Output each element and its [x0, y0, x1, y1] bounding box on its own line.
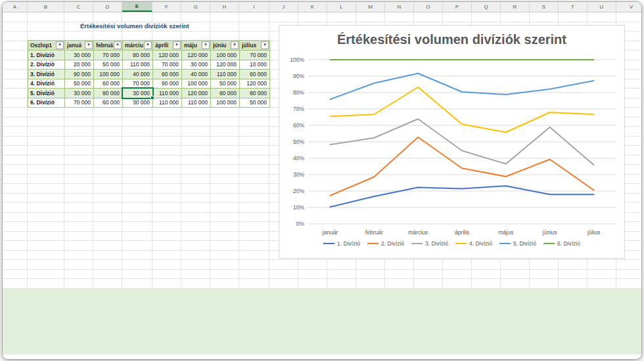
x-tick-label: április: [455, 229, 469, 236]
table-cell[interactable]: 10 000: [240, 60, 270, 70]
table-cell[interactable]: 60 000: [94, 98, 123, 108]
table-header-label: máju: [184, 42, 197, 49]
table-cell[interactable]: 100 000: [211, 98, 240, 108]
column-header-u[interactable]: U: [587, 2, 616, 12]
column-header-n[interactable]: N: [385, 2, 414, 12]
table-cell[interactable]: 70 000: [153, 60, 182, 70]
row-label-cell[interactable]: 2. Divízió: [28, 60, 65, 70]
column-header-h[interactable]: H: [210, 2, 239, 12]
table-cell[interactable]: 120 000: [182, 89, 211, 98]
filter-dropdown-icon[interactable]: ▼: [85, 41, 93, 49]
table-cell[interactable]: 100 000: [94, 70, 123, 79]
column-header-s[interactable]: S: [530, 2, 559, 12]
chart[interactable]: Értékesítési volumen divíziók szerint 0%…: [279, 25, 625, 259]
table-cell[interactable]: 80 000: [94, 89, 123, 98]
legend-item[interactable]: 5. Divízió: [499, 240, 536, 247]
table-cell[interactable]: 90 000: [65, 70, 94, 79]
table-cell[interactable]: 100 000: [211, 51, 240, 60]
column-header-a[interactable]: A: [3, 2, 28, 12]
table-cell[interactable]: 40 000: [123, 70, 153, 79]
filter-dropdown-icon[interactable]: ▼: [261, 41, 269, 49]
table-cell[interactable]: 70 000: [240, 51, 270, 60]
column-header-b[interactable]: B: [28, 2, 64, 12]
table-cell[interactable]: 120 000: [153, 51, 182, 60]
worksheet-grid[interactable]: ABCDEFGHIJKLMNOPQRSTUV Értékesítési volu…: [3, 2, 641, 359]
table-header-cell[interactable]: februá▼: [94, 41, 123, 51]
table-cell[interactable]: 110 000: [153, 89, 182, 98]
filter-dropdown-icon[interactable]: ▼: [114, 41, 122, 49]
column-header-i[interactable]: I: [239, 2, 269, 12]
filter-dropdown-icon[interactable]: ▼: [202, 41, 210, 49]
filter-dropdown-icon[interactable]: ▼: [231, 41, 239, 49]
table-cell[interactable]: 80 000: [123, 51, 153, 60]
column-header-j[interactable]: J: [269, 2, 298, 12]
table-cell[interactable]: 30 000: [182, 60, 211, 70]
table-cell[interactable]: 60 000: [153, 70, 182, 79]
table-cell[interactable]: 110 000: [153, 98, 182, 108]
sheet-title-cell[interactable]: Értékesítési volumen divíziók szerint: [80, 22, 189, 30]
column-header-p[interactable]: P: [443, 2, 472, 12]
column-header-r[interactable]: R: [501, 2, 530, 12]
table-cell[interactable]: 120 000: [240, 79, 270, 89]
legend-item[interactable]: 3. Divízió: [411, 240, 448, 247]
table-cell[interactable]: 50 000: [240, 98, 270, 108]
legend-item[interactable]: 2. Divízió: [367, 240, 404, 247]
table-cell[interactable]: 70 000: [94, 51, 123, 60]
x-tick-label: május: [499, 229, 514, 236]
table-cell[interactable]: 100 000: [182, 79, 211, 89]
table-header-row: Oszlop1▼januá▼februá▼márciu▼áprili▼máju▼…: [28, 41, 270, 51]
table-cell[interactable]: 60 000: [240, 70, 270, 79]
row-label-cell[interactable]: 3. Divízió: [28, 70, 65, 79]
legend-item[interactable]: 6. Divízió: [543, 240, 580, 247]
table-cell[interactable]: 110 000: [123, 60, 153, 70]
row-label-cell[interactable]: 1. Divízió: [28, 51, 65, 60]
table-cell[interactable]: 30 000: [123, 89, 153, 98]
table-header-label: januá: [67, 42, 81, 49]
column-header-d[interactable]: D: [93, 2, 122, 12]
filter-dropdown-icon[interactable]: ▼: [56, 41, 64, 49]
column-header-o[interactable]: O: [414, 2, 443, 12]
column-header-m[interactable]: M: [356, 2, 385, 12]
table-header-cell[interactable]: januá▼: [65, 41, 94, 51]
table-cell[interactable]: 80 000: [240, 89, 270, 98]
table-cell[interactable]: 60 000: [94, 79, 123, 89]
table-header-cell[interactable]: máju▼: [182, 41, 211, 51]
column-header-k[interactable]: K: [298, 2, 327, 12]
row-label-cell[interactable]: 6. Divízió: [28, 98, 65, 108]
table-cell[interactable]: 70 000: [65, 98, 94, 108]
table-cell[interactable]: 20 000: [65, 60, 94, 70]
table-header-cell[interactable]: Oszlop1▼: [28, 41, 65, 51]
legend-item[interactable]: 1. Divízió: [323, 240, 360, 247]
table-cell[interactable]: 120 000: [182, 51, 211, 60]
table-cell[interactable]: 110 000: [211, 70, 240, 79]
table-cell[interactable]: 50 000: [211, 79, 240, 89]
column-header-c[interactable]: C: [64, 2, 93, 12]
table-header-cell[interactable]: júniu▼: [211, 41, 240, 51]
table-cell[interactable]: 70 000: [123, 79, 153, 89]
column-header-f[interactable]: F: [152, 2, 181, 12]
table-cell[interactable]: 120 000: [211, 60, 240, 70]
column-header-v[interactable]: V: [616, 2, 642, 12]
table-cell[interactable]: 110 000: [182, 98, 211, 108]
table-cell[interactable]: 90 000: [153, 79, 182, 89]
table-cell[interactable]: 30 000: [65, 51, 94, 60]
legend-item[interactable]: 4. Divízió: [455, 240, 492, 247]
table-cell[interactable]: 30 000: [123, 98, 153, 108]
table-cell[interactable]: 50 000: [65, 79, 94, 89]
table-cell[interactable]: 50 000: [94, 60, 123, 70]
row-label-cell[interactable]: 4. Divízió: [28, 79, 65, 89]
column-header-t[interactable]: T: [559, 2, 587, 12]
table-header-cell[interactable]: márciu▼: [123, 41, 153, 51]
table-header-cell[interactable]: áprili▼: [153, 41, 182, 51]
table-header-cell[interactable]: július▼: [240, 41, 270, 51]
filter-dropdown-icon[interactable]: ▼: [144, 41, 152, 49]
column-header-g[interactable]: G: [181, 2, 210, 12]
table-cell[interactable]: 80 000: [211, 89, 240, 98]
column-header-q[interactable]: Q: [472, 2, 501, 12]
table-cell[interactable]: 30 000: [65, 89, 94, 98]
column-header-l[interactable]: L: [327, 2, 356, 12]
column-header-e[interactable]: E: [122, 2, 152, 12]
filter-dropdown-icon[interactable]: ▼: [173, 41, 181, 49]
row-label-cell[interactable]: 5. Divízió: [28, 89, 65, 98]
table-cell[interactable]: 40 000: [182, 70, 211, 79]
